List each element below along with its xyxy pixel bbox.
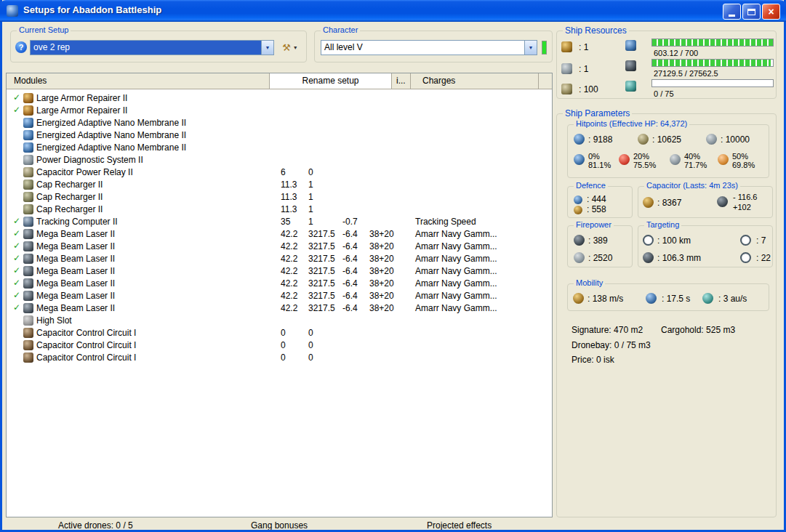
ship-resources-group: Ship Resources : 1 603.12 / 700 : 1 2712… xyxy=(556,31,777,99)
ship-parameters-label: Ship Parameters xyxy=(563,108,632,118)
beam-laser-icon xyxy=(23,229,33,239)
module-row[interactable]: ✓ Mega Beam Laser II 42.2 3217.5 -6.4 38… xyxy=(7,290,552,302)
module-row[interactable]: Energized Adaptive Nano Membrane II xyxy=(7,129,552,142)
thermal-resist-values: 20% 75.5% xyxy=(633,152,656,169)
tab-drones[interactable]: i... xyxy=(392,73,411,89)
module-row[interactable]: Cap Recharger II 11.3 1 xyxy=(7,203,552,216)
beam-laser-icon xyxy=(23,254,33,264)
modules-panel: Modules Rename setup i... Charges ✓ Larg… xyxy=(6,73,553,517)
rename-setup-field[interactable]: Rename setup xyxy=(270,73,392,89)
em-resist-icon xyxy=(574,154,585,165)
firepower-dps-value: : 2520 xyxy=(588,253,612,263)
scan-resolution-value: : 106.3 mm xyxy=(657,253,701,263)
module-name: Capacitor Power Relay II xyxy=(36,167,133,177)
module-row[interactable]: Energized Adaptive Nano Membrane II xyxy=(7,117,552,129)
module-row[interactable]: ✓ Mega Beam Laser II 42.2 3217.5 -6.4 38… xyxy=(7,302,552,315)
module-name: Large Armor Repairer II xyxy=(36,105,127,116)
tab-modules[interactable]: Modules xyxy=(7,73,270,89)
module-charge: Amarr Navy Gamm... xyxy=(415,278,497,289)
shield-hp-value: : 9188 xyxy=(588,134,612,145)
module-row[interactable]: ✓ Mega Beam Laser II 42.2 3217.5 -6.4 38… xyxy=(7,253,552,265)
module-charge: Amarr Navy Gamm... xyxy=(415,241,497,251)
module-value-2: 3217.5 xyxy=(308,278,335,289)
module-value-2: 0 xyxy=(308,167,313,177)
character-combo-arrow-icon[interactable]: ▼ xyxy=(524,41,537,55)
mobility-group: Mobility : 138 m/s : 17.5 s : 3 au/s xyxy=(567,283,769,311)
module-name: Power Diagnostic System II xyxy=(36,155,143,165)
module-row[interactable]: ✓ Tracking Computer II 35 1 -0.7 Trackin… xyxy=(7,216,552,228)
character-combobox[interactable]: All level V ▼ xyxy=(321,40,537,55)
module-value-1: 6 xyxy=(281,167,286,177)
fitted-check-icon: ✓ xyxy=(13,105,20,115)
module-name: Capacitor Control Circuit I xyxy=(36,328,136,338)
module-row[interactable]: Energized Adaptive Nano Membrane II xyxy=(7,142,552,154)
module-name: Cap Recharger II xyxy=(36,192,103,202)
setup-combo-arrow-icon[interactable]: ▼ xyxy=(261,41,273,55)
fitted-check-icon: ✓ xyxy=(13,253,20,263)
current-setup-label: Current Setup xyxy=(17,25,71,34)
setup-tools-button[interactable]: ⚒ ▼ xyxy=(277,40,303,55)
thermal-resist-icon xyxy=(619,154,630,165)
module-row[interactable]: Capacitor Control Circuit I 0 0 xyxy=(7,339,552,352)
dps-icon xyxy=(574,252,585,263)
modules-list: ✓ Large Armor Repairer II ✓ Large Armor … xyxy=(7,89,552,364)
module-row[interactable]: Cap Recharger II 11.3 1 xyxy=(7,191,552,203)
velocity-icon xyxy=(573,293,584,304)
module-name: Tracking Computer II xyxy=(36,217,118,227)
mobility-label: Mobility xyxy=(574,278,605,287)
module-row[interactable]: ✓ Large Armor Repairer II xyxy=(7,105,552,117)
close-button[interactable]: × xyxy=(762,4,780,20)
help-icon[interactable]: ? xyxy=(15,41,27,53)
module-value-2: 1 xyxy=(308,217,313,227)
module-name: High Slot xyxy=(36,315,72,326)
wrench-icon: ⚒ xyxy=(282,43,291,52)
kinetic-resist-values: 40% 71.7% xyxy=(684,152,707,169)
cpu-bar xyxy=(651,39,774,47)
capacitor-group: Capacitor (Lasts: 4m 23s) : 8367 - 116.6… xyxy=(638,186,773,218)
align-time-value: : 17.5 s xyxy=(662,294,690,304)
gang-bonuses-button[interactable]: Gang bonuses xyxy=(251,520,308,530)
nano-membrane-icon xyxy=(23,142,33,153)
module-row[interactable]: High Slot xyxy=(7,315,552,327)
module-name: Cap Recharger II xyxy=(36,204,103,214)
price-value: Price: 0 isk xyxy=(572,355,614,365)
cap-drain-value: - 116.6 xyxy=(733,193,757,201)
maximize-button[interactable] xyxy=(742,4,761,20)
maximize-icon xyxy=(747,9,755,15)
module-value-2: 3217.5 xyxy=(308,291,335,301)
module-row[interactable]: ✓ Mega Beam Laser II 42.2 3217.5 -6.4 38… xyxy=(7,278,552,290)
module-value-1: 42.2 xyxy=(281,278,297,289)
minimize-button[interactable] xyxy=(723,4,741,20)
module-row[interactable]: ✓ Mega Beam Laser II 42.2 3217.5 -6.4 38… xyxy=(7,228,552,241)
tab-charges[interactable]: Charges xyxy=(411,73,539,89)
dronebay-bar xyxy=(651,79,774,87)
module-value-4: 38+20 xyxy=(369,278,394,289)
ship-resources-label: Ship Resources xyxy=(563,25,629,36)
capacitor-circuit-icon xyxy=(23,340,33,350)
module-row[interactable]: ✓ Mega Beam Laser II 42.2 3217.5 -6.4 38… xyxy=(7,265,552,278)
module-row[interactable]: ✓ Large Armor Repairer II xyxy=(7,92,552,105)
projected-effects-button[interactable]: Projected effects xyxy=(427,520,492,530)
defence-label: Defence xyxy=(574,181,608,190)
module-charge: Amarr Navy Gamm... xyxy=(415,303,497,313)
character-label: Character xyxy=(321,25,360,34)
setup-combobox[interactable]: ove 2 rep ▼ xyxy=(30,40,274,55)
title-bar[interactable]: Setups for Abaddon Battleship × xyxy=(0,0,786,22)
module-value-4: 38+20 xyxy=(369,241,394,251)
module-value-3: -6.4 xyxy=(342,303,358,313)
module-row[interactable]: Capacitor Control Circuit I 0 0 xyxy=(7,327,552,339)
module-value-1: 11.3 xyxy=(281,192,297,202)
module-value-2: 3217.5 xyxy=(308,229,335,239)
module-row[interactable]: Power Diagnostic System II xyxy=(7,154,552,166)
module-row[interactable]: Capacitor Control Circuit I 0 0 xyxy=(7,352,552,364)
cap-recharge-value: +102 xyxy=(733,203,751,211)
beam-laser-icon xyxy=(23,266,33,276)
module-row[interactable]: Capacitor Power Relay II 6 0 xyxy=(7,166,552,179)
character-combobox-value: All level V xyxy=(321,41,524,55)
module-row[interactable]: ✓ Mega Beam Laser II 42.2 3217.5 -6.4 38… xyxy=(7,241,552,253)
module-value-3: -6.4 xyxy=(342,291,358,301)
module-charge: Amarr Navy Gamm... xyxy=(415,266,497,276)
armor-repairer-icon xyxy=(23,105,33,116)
module-row[interactable]: Cap Recharger II 11.3 1 xyxy=(7,179,552,191)
launcher-hardpoint-icon xyxy=(561,63,572,74)
